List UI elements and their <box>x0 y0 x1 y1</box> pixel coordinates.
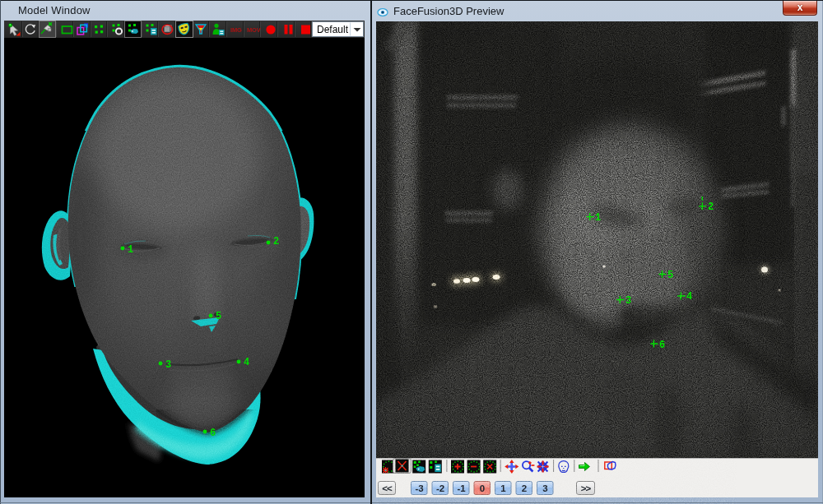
svg-text:Default: Default <box>317 24 349 35</box>
svg-text:MOV: MOV <box>247 26 261 34</box>
svg-text:IMG: IMG <box>230 26 242 34</box>
